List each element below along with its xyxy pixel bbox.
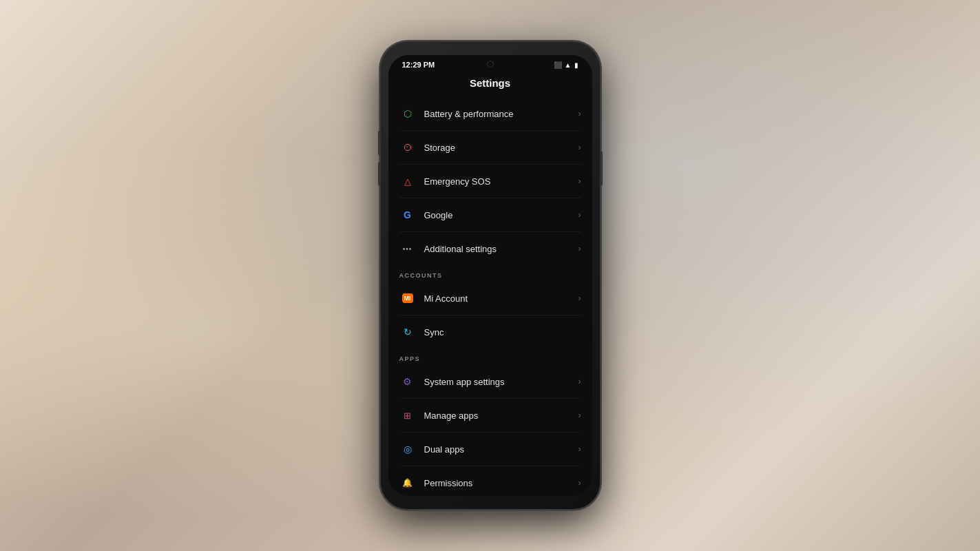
settings-item-mi-account[interactable]: MI Mi Account › bbox=[388, 282, 592, 315]
google-label: Google bbox=[424, 210, 578, 220]
settings-item-dual-apps[interactable]: ◎ Dual apps › bbox=[388, 433, 592, 466]
battery-icon: ⬡ bbox=[399, 105, 416, 122]
battery-chevron: › bbox=[578, 109, 581, 118]
manage-apps-icon: ⊞ bbox=[399, 407, 416, 424]
phone-device: 12:29 PM ⬛ ▲ ▮ Settings ⬡ Battery & perf… bbox=[380, 41, 601, 510]
settings-item-additional[interactable]: ••• Additional settings › bbox=[388, 232, 592, 265]
settings-item-sos[interactable]: △ Emergency SOS › bbox=[388, 165, 592, 198]
permissions-chevron: › bbox=[578, 478, 581, 488]
sync-icon: ↻ bbox=[399, 324, 416, 340]
additional-settings-icon: ••• bbox=[399, 240, 416, 257]
battery-label: Battery & performance bbox=[424, 109, 578, 119]
power-button bbox=[601, 152, 603, 186]
settings-screen[interactable]: Settings ⬡ Battery & performance › ⏲ Sto… bbox=[388, 72, 592, 490]
settings-item-sync[interactable]: ↻ Sync bbox=[388, 315, 592, 349]
settings-item-battery[interactable]: ⬡ Battery & performance › bbox=[388, 97, 592, 130]
volume-up-button bbox=[378, 131, 380, 155]
wifi-icon: ▲ bbox=[565, 61, 572, 69]
sos-chevron: › bbox=[578, 176, 581, 186]
settings-item-system-app[interactable]: ⚙ System app settings › bbox=[388, 365, 592, 398]
sos-icon: △ bbox=[399, 173, 416, 189]
permissions-icon: 🔔 bbox=[399, 475, 416, 490]
additional-label: Additional settings bbox=[424, 244, 578, 254]
manage-apps-chevron: › bbox=[578, 410, 581, 420]
storage-icon: ⏲ bbox=[399, 139, 416, 156]
sim-icon: ⬛ bbox=[554, 61, 562, 69]
apps-section-header: APPS bbox=[388, 349, 592, 365]
phone-screen: 12:29 PM ⬛ ▲ ▮ Settings ⬡ Battery & perf… bbox=[388, 55, 592, 496]
storage-chevron: › bbox=[578, 143, 581, 152]
dual-apps-label: Dual apps bbox=[424, 444, 578, 455]
settings-item-manage-apps[interactable]: ⊞ Manage apps › bbox=[388, 399, 592, 432]
storage-label: Storage bbox=[424, 143, 578, 153]
mi-account-chevron: › bbox=[578, 293, 581, 303]
permissions-label: Permissions bbox=[424, 478, 578, 488]
sync-label: Sync bbox=[424, 327, 581, 337]
manage-apps-label: Manage apps bbox=[424, 410, 578, 421]
settings-item-storage[interactable]: ⏲ Storage › bbox=[388, 131, 592, 164]
google-icon: G bbox=[399, 207, 416, 223]
status-time: 12:29 PM bbox=[402, 61, 435, 69]
camera-notch bbox=[487, 61, 494, 67]
dual-apps-chevron: › bbox=[578, 444, 581, 454]
volume-down-button bbox=[378, 162, 380, 186]
battery-status-icon: ▮ bbox=[574, 61, 578, 69]
sos-label: Emergency SOS bbox=[424, 176, 578, 187]
system-app-label: System app settings bbox=[424, 377, 578, 387]
settings-title: Settings bbox=[388, 72, 592, 97]
system-app-chevron: › bbox=[578, 377, 581, 386]
mi-account-icon: MI bbox=[399, 290, 416, 306]
google-chevron: › bbox=[578, 210, 581, 220]
mi-account-label: Mi Account bbox=[424, 293, 578, 304]
system-app-icon: ⚙ bbox=[399, 373, 416, 390]
dual-apps-icon: ◎ bbox=[399, 441, 416, 457]
settings-item-google[interactable]: G Google › bbox=[388, 198, 592, 231]
additional-chevron: › bbox=[578, 244, 581, 253]
accounts-section-header: ACCOUNTS bbox=[388, 265, 592, 282]
settings-item-permissions[interactable]: 🔔 Permissions › bbox=[388, 466, 592, 490]
status-icons: ⬛ ▲ ▮ bbox=[554, 61, 578, 69]
